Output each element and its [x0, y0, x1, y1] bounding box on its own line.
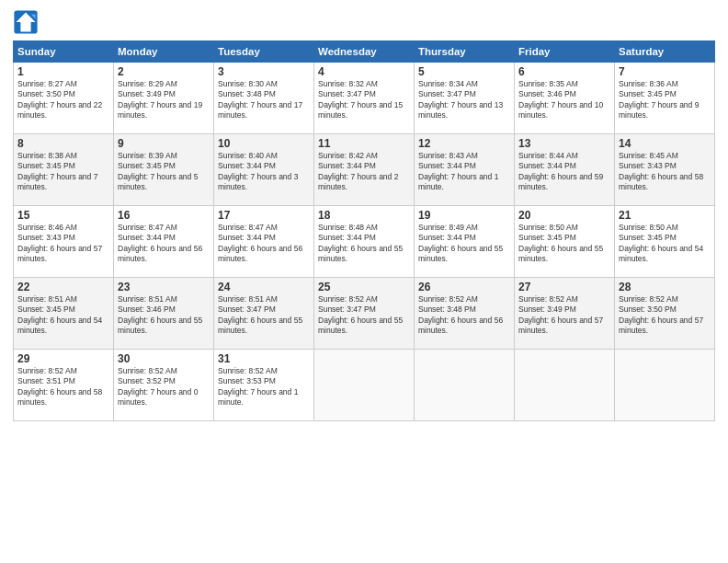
week-row-5: 29Sunrise: 8:52 AMSunset: 3:51 PMDayligh… — [14, 350, 715, 421]
header-cell-monday: Monday — [114, 41, 214, 63]
day-cell: 6Sunrise: 8:35 AMSunset: 3:46 PMDaylight… — [515, 63, 615, 134]
day-cell: 9Sunrise: 8:39 AMSunset: 3:45 PMDaylight… — [114, 134, 214, 206]
day-number: 11 — [318, 137, 410, 150]
day-number: 3 — [218, 65, 310, 78]
day-number: 9 — [118, 137, 210, 150]
day-cell: 11Sunrise: 8:42 AMSunset: 3:44 PMDayligh… — [314, 134, 415, 206]
day-cell: 15Sunrise: 8:46 AMSunset: 3:43 PMDayligh… — [14, 206, 114, 278]
day-cell: 10Sunrise: 8:40 AMSunset: 3:44 PMDayligh… — [214, 134, 314, 206]
day-number: 18 — [318, 209, 410, 222]
cell-content: Sunrise: 8:48 AMSunset: 3:44 PMDaylight:… — [318, 223, 410, 265]
header — [13, 9, 715, 35]
calendar-header: SundayMondayTuesdayWednesdayThursdayFrid… — [14, 41, 715, 63]
day-cell: 30Sunrise: 8:52 AMSunset: 3:52 PMDayligh… — [114, 350, 214, 421]
day-number: 23 — [118, 281, 210, 293]
cell-content: Sunrise: 8:47 AMSunset: 3:44 PMDaylight:… — [218, 223, 310, 265]
day-number: 28 — [619, 281, 711, 293]
day-cell: 17Sunrise: 8:47 AMSunset: 3:44 PMDayligh… — [214, 206, 314, 278]
day-number: 24 — [218, 281, 310, 293]
day-number: 14 — [619, 137, 711, 150]
day-number: 15 — [17, 209, 109, 222]
day-cell — [415, 350, 515, 421]
week-row-2: 8Sunrise: 8:38 AMSunset: 3:45 PMDaylight… — [14, 134, 715, 206]
day-number: 6 — [518, 65, 610, 78]
day-cell: 19Sunrise: 8:49 AMSunset: 3:44 PMDayligh… — [415, 206, 515, 278]
day-number: 29 — [17, 352, 109, 365]
header-cell-friday: Friday — [515, 41, 615, 63]
cell-content: Sunrise: 8:52 AMSunset: 3:51 PMDaylight:… — [17, 366, 109, 408]
day-number: 25 — [318, 281, 410, 293]
cell-content: Sunrise: 8:50 AMSunset: 3:45 PMDaylight:… — [518, 223, 610, 265]
cell-content: Sunrise: 8:46 AMSunset: 3:43 PMDaylight:… — [17, 223, 109, 265]
page-container: SundayMondayTuesdayWednesdayThursdayFrid… — [0, 0, 728, 563]
day-cell: 24Sunrise: 8:51 AMSunset: 3:47 PMDayligh… — [214, 278, 314, 350]
logo — [13, 9, 42, 35]
week-row-3: 15Sunrise: 8:46 AMSunset: 3:43 PMDayligh… — [14, 206, 715, 278]
day-cell: 2Sunrise: 8:29 AMSunset: 3:49 PMDaylight… — [114, 63, 214, 134]
cell-content: Sunrise: 8:32 AMSunset: 3:47 PMDaylight:… — [318, 79, 410, 121]
day-cell: 12Sunrise: 8:43 AMSunset: 3:44 PMDayligh… — [415, 134, 515, 206]
day-cell: 20Sunrise: 8:50 AMSunset: 3:45 PMDayligh… — [515, 206, 615, 278]
header-cell-thursday: Thursday — [415, 41, 515, 63]
cell-content: Sunrise: 8:39 AMSunset: 3:45 PMDaylight:… — [118, 151, 210, 193]
cell-content: Sunrise: 8:52 AMSunset: 3:48 PMDaylight:… — [418, 294, 510, 337]
day-number: 12 — [418, 137, 510, 150]
day-cell: 22Sunrise: 8:51 AMSunset: 3:45 PMDayligh… — [14, 278, 114, 350]
day-cell: 18Sunrise: 8:48 AMSunset: 3:44 PMDayligh… — [314, 206, 415, 278]
day-number: 5 — [418, 65, 510, 78]
cell-content: Sunrise: 8:47 AMSunset: 3:44 PMDaylight:… — [118, 223, 210, 265]
day-number: 21 — [619, 209, 711, 222]
cell-content: Sunrise: 8:50 AMSunset: 3:45 PMDaylight:… — [619, 223, 711, 265]
cell-content: Sunrise: 8:38 AMSunset: 3:45 PMDaylight:… — [17, 151, 109, 193]
cell-content: Sunrise: 8:40 AMSunset: 3:44 PMDaylight:… — [218, 151, 310, 193]
day-number: 20 — [518, 209, 610, 222]
day-number: 31 — [218, 352, 310, 365]
day-cell: 26Sunrise: 8:52 AMSunset: 3:48 PMDayligh… — [415, 278, 515, 350]
day-cell: 16Sunrise: 8:47 AMSunset: 3:44 PMDayligh… — [114, 206, 214, 278]
cell-content: Sunrise: 8:52 AMSunset: 3:52 PMDaylight:… — [118, 366, 210, 408]
day-number: 17 — [218, 209, 310, 222]
day-cell: 31Sunrise: 8:52 AMSunset: 3:53 PMDayligh… — [214, 350, 314, 421]
cell-content: Sunrise: 8:51 AMSunset: 3:45 PMDaylight:… — [17, 294, 109, 337]
day-cell: 14Sunrise: 8:45 AMSunset: 3:43 PMDayligh… — [615, 134, 715, 206]
header-cell-saturday: Saturday — [615, 41, 715, 63]
cell-content: Sunrise: 8:45 AMSunset: 3:43 PMDaylight:… — [619, 151, 711, 193]
day-number: 13 — [518, 137, 610, 150]
day-cell — [314, 350, 415, 421]
week-row-4: 22Sunrise: 8:51 AMSunset: 3:45 PMDayligh… — [14, 278, 715, 350]
day-number: 8 — [17, 137, 109, 150]
day-number: 7 — [619, 65, 711, 78]
day-cell — [515, 350, 615, 421]
cell-content: Sunrise: 8:29 AMSunset: 3:49 PMDaylight:… — [118, 79, 210, 121]
cell-content: Sunrise: 8:43 AMSunset: 3:44 PMDaylight:… — [418, 151, 510, 193]
week-row-1: 1Sunrise: 8:27 AMSunset: 3:50 PMDaylight… — [14, 63, 715, 134]
day-number: 10 — [218, 137, 310, 150]
day-cell: 7Sunrise: 8:36 AMSunset: 3:45 PMDaylight… — [615, 63, 715, 134]
calendar-body: 1Sunrise: 8:27 AMSunset: 3:50 PMDaylight… — [14, 63, 715, 421]
cell-content: Sunrise: 8:34 AMSunset: 3:47 PMDaylight:… — [418, 79, 510, 121]
cell-content: Sunrise: 8:44 AMSunset: 3:44 PMDaylight:… — [518, 151, 610, 193]
cell-content: Sunrise: 8:49 AMSunset: 3:44 PMDaylight:… — [418, 223, 510, 265]
cell-content: Sunrise: 8:51 AMSunset: 3:47 PMDaylight:… — [218, 294, 310, 337]
day-cell: 8Sunrise: 8:38 AMSunset: 3:45 PMDaylight… — [14, 134, 114, 206]
day-number: 16 — [118, 209, 210, 222]
cell-content: Sunrise: 8:52 AMSunset: 3:53 PMDaylight:… — [218, 366, 310, 408]
day-cell: 3Sunrise: 8:30 AMSunset: 3:48 PMDaylight… — [214, 63, 314, 134]
day-number: 1 — [17, 65, 109, 78]
day-cell: 13Sunrise: 8:44 AMSunset: 3:44 PMDayligh… — [515, 134, 615, 206]
day-cell: 5Sunrise: 8:34 AMSunset: 3:47 PMDaylight… — [415, 63, 515, 134]
cell-content: Sunrise: 8:27 AMSunset: 3:50 PMDaylight:… — [17, 79, 109, 121]
cell-content: Sunrise: 8:36 AMSunset: 3:45 PMDaylight:… — [619, 79, 711, 121]
day-number: 2 — [118, 65, 210, 78]
header-cell-tuesday: Tuesday — [214, 41, 314, 63]
day-number: 4 — [318, 65, 410, 78]
header-row: SundayMondayTuesdayWednesdayThursdayFrid… — [14, 41, 715, 63]
day-cell: 28Sunrise: 8:52 AMSunset: 3:50 PMDayligh… — [615, 278, 715, 350]
day-cell: 27Sunrise: 8:52 AMSunset: 3:49 PMDayligh… — [515, 278, 615, 350]
day-number: 26 — [418, 281, 510, 293]
day-cell: 23Sunrise: 8:51 AMSunset: 3:46 PMDayligh… — [114, 278, 214, 350]
cell-content: Sunrise: 8:52 AMSunset: 3:49 PMDaylight:… — [518, 294, 610, 337]
day-number: 19 — [418, 209, 510, 222]
logo-icon — [13, 9, 39, 35]
cell-content: Sunrise: 8:35 AMSunset: 3:46 PMDaylight:… — [518, 79, 610, 121]
